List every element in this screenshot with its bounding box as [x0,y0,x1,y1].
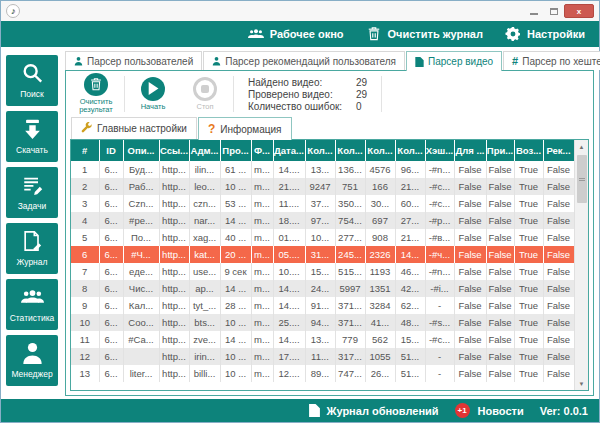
sidebar-item-2[interactable]: Задачи [6,167,58,218]
table-row[interactable]: 86...Чис...http...ap...14 ...m...14....2… [71,280,574,297]
column-header[interactable]: При... [486,140,514,161]
table-cell: False [486,229,514,246]
scrollbar-down-button[interactable]: ▼ [575,377,588,390]
table-row[interactable]: 126...http...irin...10 ...m...17....11..… [71,348,574,365]
file-icon [415,57,424,67]
table-cell: 515... [335,263,365,280]
table-cell: zve... [189,331,220,348]
subtab-1[interactable]: ?Информация [198,117,292,140]
table-cell: 97... [305,212,335,229]
news-link[interactable]: Новости [478,405,524,417]
titlebar: ♪ x [1,1,599,21]
tab-3[interactable]: #Парсер по хештегам [503,51,600,70]
header-item-2[interactable]: Настройки [505,27,585,41]
stop-button[interactable]: Стоп [179,73,231,115]
column-header[interactable]: ID [99,140,123,161]
column-header[interactable]: Кол... [365,140,395,161]
table-cell: -#n... [425,263,454,280]
column-header[interactable]: Кол... [335,140,365,161]
question-icon: ? [208,122,215,136]
column-header[interactable]: Воз... [514,140,543,161]
minimize-button[interactable] [524,4,544,18]
table-cell: True [514,161,543,178]
subtab-label: Информация [220,124,281,135]
column-header[interactable]: Хэш... [425,140,454,161]
table-cell: -#n... [425,161,454,178]
clear-result-button[interactable]: Очистить результат [70,73,122,115]
table-row[interactable]: 76...еде...http...use...9 секm...10....1… [71,263,574,280]
table-cell: -#c... [425,195,454,212]
table-cell: 908 [365,229,395,246]
sidebar-item-1[interactable]: Скачать [6,111,58,162]
tab-1[interactable]: Парсер рекомендаций пользователя [203,51,405,70]
table-cell: leo... [189,178,220,195]
column-header[interactable]: Для ... [454,140,486,161]
column-header[interactable]: Кол... [305,140,335,161]
table-cell: ilin... [189,161,220,178]
tab-0[interactable]: Парсер пользователей [65,51,202,70]
table-cell: 11 [71,331,99,348]
sidebar: ПоискСкачатьЗадачиЖурналСтатистикаМенедж… [1,47,63,399]
table-row[interactable]: 106...Соо...http...bts...10 ...m...25...… [71,314,574,331]
sidebar-item-4[interactable]: Статистика [6,279,58,330]
table-row[interactable]: 56...По...http...xag...40 ...m...01....1… [71,229,574,246]
table-row[interactable]: 16...Буд...http...ilin...61 ...m...14...… [71,161,574,178]
column-header[interactable]: Адм... [189,140,220,161]
update-log-link[interactable]: Журнал обновлений [309,404,438,417]
table-row[interactable]: 46...#ре...http...nar...14 ...m...18....… [71,212,574,229]
column-header[interactable]: Опи... [123,140,159,161]
sidebar-item-label: Журнал [16,257,47,267]
table-cell: True [514,280,543,297]
table-cell: 14.... [273,161,305,178]
table-cell: 53 ... [220,195,251,212]
close-button[interactable]: x [564,4,594,18]
subtab-0[interactable]: Главные настройки [71,117,197,139]
table-cell: http... [159,348,189,365]
table-cell: False [543,280,574,297]
column-header[interactable]: Про... [220,140,251,161]
sidebar-item-5[interactable]: Менеджер [6,335,58,386]
scrollbar-up-button[interactable]: ▲ [575,140,588,153]
column-header[interactable]: Рек... [543,140,574,161]
scrollbar-grip-icon [579,178,585,181]
column-header[interactable]: Ф... [251,140,273,161]
table-cell: По... [123,229,159,246]
table-row[interactable]: 26...Раб...http...leo...10 ...m...21....… [71,178,574,195]
table-row[interactable]: 136...liter...http...billi...10 ...m...1… [71,365,574,382]
table-row[interactable]: 66...#Ч...http...kat...20 ...m...05....3… [71,246,574,263]
table-cell: Буд... [123,161,159,178]
header-item-0[interactable]: Рабочее окно [248,27,344,41]
column-header[interactable]: Дата... [273,140,305,161]
tab-2[interactable]: Парсер видео [406,51,502,71]
sidebar-item-0[interactable]: Поиск [6,55,58,106]
column-header[interactable]: Ссы... [159,140,189,161]
table-cell: 13... [305,161,335,178]
start-button[interactable]: Начать [127,73,179,115]
table-cell: 42... [395,280,425,297]
table-cell: 01.... [273,229,305,246]
table-cell: http... [159,365,189,382]
table-cell: 25.... [273,314,305,331]
table-cell: 6... [99,246,123,263]
stats-panel: Найдено видео:29Проверено видео:29Количе… [236,73,379,115]
table-cell: 11.... [273,195,305,212]
sidebar-item-3[interactable]: Журнал [6,223,58,274]
table-row[interactable]: 36...Czn...http...czn...53 ...m...11....… [71,195,574,212]
table-cell: 754... [335,212,365,229]
table-cell: 5997 [335,280,365,297]
maximize-button[interactable] [544,4,564,18]
column-header[interactable]: # [71,140,99,161]
table-cell: False [454,331,486,348]
table-cell: 1351 [365,280,395,297]
table-cell: 6... [99,280,123,297]
scrollbar-thumb[interactable] [577,155,587,203]
header-item-1[interactable]: Очистить журнал [366,27,483,41]
table-row[interactable]: 96...Кал...http...tyt_...28 ...m...14...… [71,297,574,314]
table-cell: False [543,212,574,229]
column-header[interactable]: Кол... [395,140,425,161]
table-cell: 4 [71,212,99,229]
table-cell: 14 ... [220,212,251,229]
table-row[interactable]: 116...#Ca...http...zve...14 ...m...14...… [71,331,574,348]
trash-circle-icon [84,73,108,96]
vertical-scrollbar[interactable]: ▲ ▼ [574,140,588,390]
